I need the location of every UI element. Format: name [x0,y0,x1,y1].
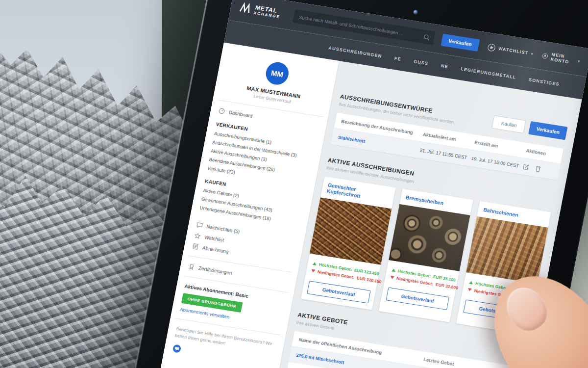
arrow-up-icon [392,268,396,272]
draft-created: 19. Jul. 17 15:00 CEST [471,156,523,169]
edit-icon[interactable] [522,163,530,171]
sell-button[interactable]: Verkaufen [528,121,567,140]
watchlist-menu[interactable]: WATCHLIST ▾ [487,43,535,58]
dashboard-gauge-icon [218,107,225,115]
certificate-icon [188,263,195,270]
draft-updated: 21. Jul. 17 11:55 CEST [419,147,472,160]
account-label: MEIN KONTO [550,52,576,65]
logo-text: METAL XCHANGE [253,4,283,19]
tablet-camera [413,10,418,15]
nav-legierungsmetall[interactable]: LEGIERUNGSMETALL [460,66,516,80]
chevron-down-icon: ▾ [578,59,581,64]
nav-guss[interactable]: GUSS [413,59,429,66]
lowest-bid-value: EUR 120.150 [356,275,382,284]
col-actions: Aktionen [526,148,557,158]
arrow-down-icon [311,269,316,273]
scene: METAL XCHANGE Verkaufen [0,0,588,368]
card-photo-brake-discs [389,204,470,271]
arrow-up-icon [313,262,317,265]
delete-icon[interactable] [535,165,541,172]
logo-m-icon [238,1,253,15]
dashboard-label: Dashboard [228,109,253,118]
watchlist-star-icon [487,43,496,52]
avatar[interactable]: MM [264,60,291,86]
watchlist-item-label: Watchlist [204,235,224,243]
billing-label: Abrechnung [202,245,229,254]
nav-fe[interactable]: FE [394,56,402,62]
search-icon[interactable] [423,33,430,41]
sidebar-item-certifications[interactable]: Zertifizierungen [188,263,289,285]
logo[interactable]: METAL XCHANGE [238,1,283,20]
chat-icon [196,222,203,229]
card-photo-copper-wire-scrap [310,198,392,265]
watchlist-label: WATCHLIST [498,46,529,55]
arrow-down-icon [390,276,394,279]
certifications-label: Zertifizierungen [198,265,232,276]
user-block: MM MAX MUSTERMANN Leiter Güterverkauf [222,54,329,109]
nav-ausschreibungen[interactable]: AUSSCHREIBUNGEN [328,46,383,59]
lowest-bid-value: EUR 32.600 [435,282,459,290]
arrow-down-icon [467,288,472,291]
tender-card: Gemischter Kupferschrott Höchstes Gebot:… [301,176,395,310]
card-photo-rail-sections [466,216,548,284]
main-action-buttons: Kaufen Verkaufen [492,115,568,140]
tender-card: Bremsscheiben Höchstes Gebot: EUR 35.100 [379,189,473,322]
star-icon [194,232,201,239]
header-sell-button[interactable]: Verkaufen [441,33,480,51]
draft-actions [522,163,554,174]
nav-sonstiges[interactable]: SONSTIGES [528,77,560,87]
chevron-down-icon: ▾ [531,52,534,56]
arrow-up-icon [469,281,473,284]
col-last-bid: Letztes Gebot [423,357,514,368]
account-menu[interactable]: MEIN KONTO ▾ [541,51,581,66]
user-icon [541,52,549,61]
thumb-nail [499,280,554,338]
buy-button[interactable]: Kaufen [492,115,526,133]
document-icon [192,243,199,250]
messages-label: Nachrichten (5) [206,224,241,234]
highest-bid-value: EUR 35.100 [433,274,456,283]
nav-ne[interactable]: NE [441,63,449,69]
